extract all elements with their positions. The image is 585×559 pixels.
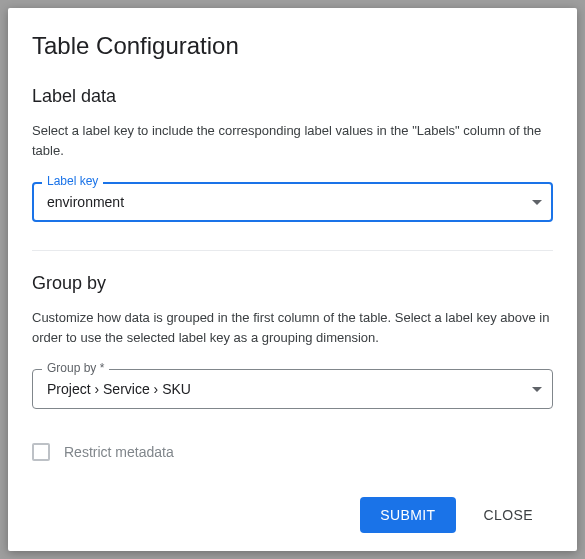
section-divider — [32, 250, 553, 251]
table-config-dialog: Table Configuration Label data Select a … — [8, 8, 577, 551]
group-by-field-label: Group by * — [42, 361, 109, 375]
label-data-description: Select a label key to include the corres… — [32, 121, 553, 160]
group-by-value: Project › Service › SKU — [47, 381, 191, 397]
group-by-description: Customize how data is grouped in the fir… — [32, 308, 553, 347]
label-key-select[interactable]: environment — [32, 182, 553, 222]
label-key-field-label: Label key — [42, 174, 103, 188]
group-by-heading: Group by — [32, 273, 553, 294]
restrict-metadata-label: Restrict metadata — [64, 444, 174, 460]
dialog-title: Table Configuration — [32, 32, 553, 60]
dialog-actions: SUBMIT CLOSE — [32, 477, 553, 533]
label-key-value: environment — [47, 194, 124, 210]
close-button[interactable]: CLOSE — [464, 497, 553, 533]
submit-button[interactable]: SUBMIT — [360, 497, 455, 533]
label-data-heading: Label data — [32, 86, 553, 107]
restrict-metadata-checkbox[interactable] — [32, 443, 50, 461]
restrict-metadata-row: Restrict metadata — [32, 443, 553, 461]
group-by-select[interactable]: Project › Service › SKU — [32, 369, 553, 409]
group-by-field: Group by * Project › Service › SKU — [32, 369, 553, 409]
chevron-down-icon — [532, 387, 542, 392]
label-key-field: Label key environment — [32, 182, 553, 222]
chevron-down-icon — [532, 200, 542, 205]
